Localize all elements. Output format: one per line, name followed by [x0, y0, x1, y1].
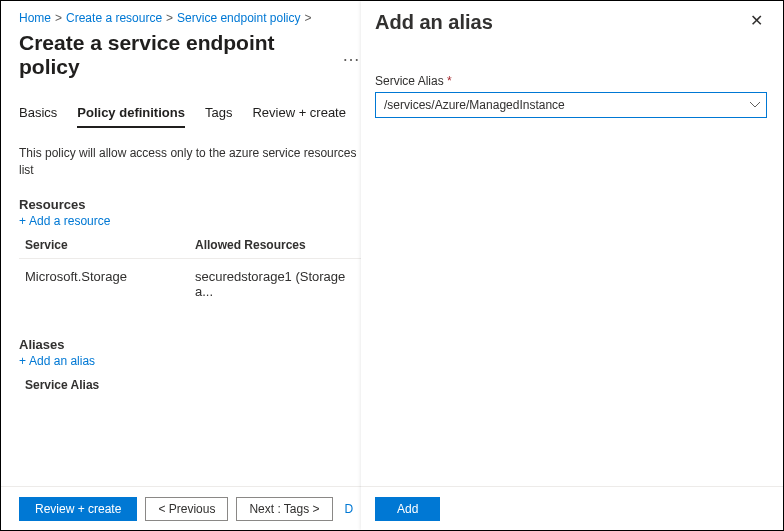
review-create-button[interactable]: Review + create [19, 497, 137, 521]
cell-allowed-resources: securedstorage1 (Storage a... [195, 269, 361, 299]
main-pane: Home > Create a resource > Service endpo… [1, 1, 361, 530]
cell-service: Microsoft.Storage [25, 269, 195, 299]
add-resource-link[interactable]: + Add a resource [19, 214, 361, 228]
tab-description: This policy will allow access only to th… [19, 145, 361, 179]
breadcrumb-item-create-resource[interactable]: Create a resource [66, 11, 162, 25]
wizard-footer: Review + create < Previous Next : Tags >… [1, 486, 361, 530]
column-allowed-resources: Allowed Resources [195, 238, 361, 252]
add-alias-panel: Add an alias ✕ Service Alias * /services… [361, 1, 783, 530]
service-alias-select[interactable]: /services/Azure/ManagedInstance [375, 92, 767, 118]
column-service: Service [25, 238, 195, 252]
tab-basics[interactable]: Basics [19, 105, 57, 128]
trailing-link[interactable]: D [345, 502, 354, 516]
aliases-heading: Aliases [19, 337, 361, 352]
table-row[interactable]: Microsoft.Storage securedstorage1 (Stora… [19, 259, 361, 309]
chevron-right-icon: > [166, 11, 173, 25]
breadcrumb-item-home[interactable]: Home [19, 11, 51, 25]
tab-tags[interactable]: Tags [205, 105, 232, 128]
panel-title: Add an alias [375, 11, 493, 34]
more-actions-button[interactable]: … [342, 45, 361, 66]
plus-icon: + [19, 354, 26, 368]
close-icon[interactable]: ✕ [746, 11, 767, 31]
add-button[interactable]: Add [375, 497, 440, 521]
resources-heading: Resources [19, 197, 361, 212]
plus-icon: + [19, 214, 26, 228]
resources-table: Service Allowed Resources Microsoft.Stor… [19, 234, 361, 309]
add-alias-link[interactable]: + Add an alias [19, 354, 361, 368]
tabs: Basics Policy definitions Tags Review + … [19, 105, 361, 129]
page-title: Create a service endpoint policy [19, 31, 334, 79]
service-alias-label: Service Alias * [375, 74, 767, 88]
breadcrumb: Home > Create a resource > Service endpo… [19, 11, 361, 25]
panel-footer: Add [361, 486, 783, 530]
tab-policy-definitions[interactable]: Policy definitions [77, 105, 185, 128]
chevron-right-icon: > [305, 11, 312, 25]
add-resource-label: Add a resource [29, 214, 110, 228]
breadcrumb-item-service-endpoint-policy[interactable]: Service endpoint policy [177, 11, 300, 25]
tab-review-create[interactable]: Review + create [252, 105, 346, 128]
next-button[interactable]: Next : Tags > [236, 497, 332, 521]
chevron-right-icon: > [55, 11, 62, 25]
add-alias-label: Add an alias [29, 354, 95, 368]
column-service-alias: Service Alias [19, 374, 361, 398]
service-alias-value: /services/Azure/ManagedInstance [384, 98, 565, 112]
previous-button[interactable]: < Previous [145, 497, 228, 521]
required-star-icon: * [447, 74, 452, 88]
